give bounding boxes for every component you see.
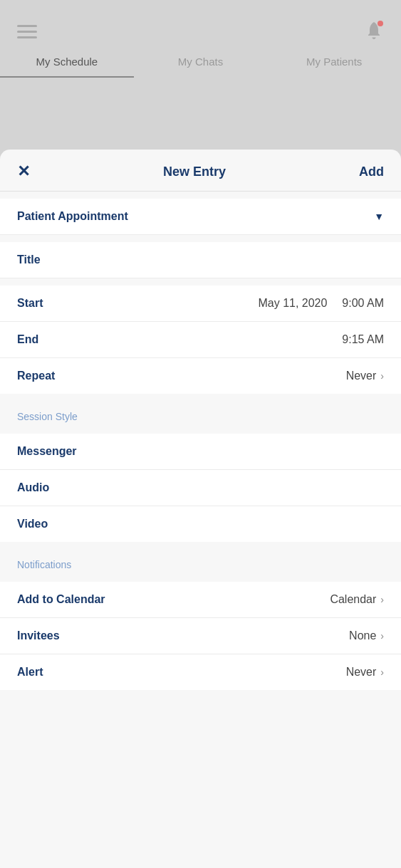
close-button[interactable]: ✕ bbox=[17, 164, 30, 179]
dropdown-arrow-icon: ▼ bbox=[374, 211, 384, 222]
tab-my-patients[interactable]: My Patients bbox=[267, 56, 401, 78]
modal-title: New Entry bbox=[163, 164, 226, 179]
invitees-value: None › bbox=[349, 629, 384, 642]
entry-type-section: Patient Appointment ▼ bbox=[0, 199, 401, 235]
end-label: End bbox=[17, 333, 38, 346]
alert-value: Never › bbox=[346, 666, 384, 679]
title-section: Title bbox=[0, 242, 401, 278]
time-section: Start May 11, 2020 9:00 AM End 9:15 AM R… bbox=[0, 286, 401, 394]
add-to-calendar-row[interactable]: Add to Calendar Calendar › bbox=[0, 582, 401, 618]
title-row[interactable]: Title bbox=[0, 242, 401, 278]
session-style-group-label: Session Style bbox=[0, 401, 401, 427]
top-bar bbox=[0, 0, 401, 43]
audio-row[interactable]: Audio bbox=[0, 470, 401, 506]
start-value: May 11, 2020 9:00 AM bbox=[258, 297, 384, 310]
video-label: Video bbox=[17, 518, 48, 530]
add-to-calendar-label: Add to Calendar bbox=[17, 593, 105, 606]
session-style-items: Messenger Audio Video bbox=[0, 434, 401, 542]
video-row[interactable]: Video bbox=[0, 506, 401, 542]
messenger-label: Messenger bbox=[17, 445, 77, 458]
notifications-group-label: Notifications bbox=[0, 549, 401, 575]
tab-my-chats[interactable]: My Chats bbox=[134, 56, 268, 78]
modal-header: ✕ New Entry Add bbox=[0, 150, 401, 192]
notifications-items: Add to Calendar Calendar › Invitees None… bbox=[0, 582, 401, 690]
title-label: Title bbox=[17, 253, 41, 266]
invitees-label: Invitees bbox=[17, 629, 60, 642]
start-row[interactable]: Start May 11, 2020 9:00 AM bbox=[0, 286, 401, 322]
notifications-section: Notifications Add to Calendar Calendar ›… bbox=[0, 549, 401, 690]
bell-icon[interactable] bbox=[364, 20, 384, 43]
start-label: Start bbox=[17, 297, 43, 310]
invitees-row[interactable]: Invitees None › bbox=[0, 618, 401, 654]
modal-card: ✕ New Entry Add Patient Appointment ▼ Ti… bbox=[0, 150, 401, 868]
audio-label: Audio bbox=[17, 481, 49, 494]
alert-chevron-icon: › bbox=[380, 666, 384, 678]
invitees-chevron-icon: › bbox=[380, 630, 384, 642]
repeat-row[interactable]: Repeat Never › bbox=[0, 358, 401, 394]
end-value: 9:15 AM bbox=[342, 333, 384, 346]
end-row[interactable]: End 9:15 AM bbox=[0, 322, 401, 358]
entry-type-dropdown[interactable]: Patient Appointment ▼ bbox=[0, 199, 401, 235]
hamburger-icon[interactable] bbox=[17, 25, 37, 38]
add-to-calendar-value: Calendar › bbox=[330, 593, 384, 606]
add-button[interactable]: Add bbox=[359, 164, 384, 179]
calendar-chevron-icon: › bbox=[380, 594, 384, 605]
bottom-spacer bbox=[0, 690, 401, 733]
session-style-section: Session Style Messenger Audio Video bbox=[0, 401, 401, 542]
tab-bar: My Schedule My Chats My Patients bbox=[0, 43, 401, 78]
repeat-value: Never › bbox=[346, 370, 384, 382]
messenger-row[interactable]: Messenger bbox=[0, 434, 401, 470]
repeat-label: Repeat bbox=[17, 370, 55, 382]
repeat-chevron-icon: › bbox=[380, 370, 384, 382]
entry-type-label: Patient Appointment bbox=[17, 210, 128, 223]
notification-dot bbox=[377, 21, 383, 26]
alert-label: Alert bbox=[17, 666, 43, 679]
alert-row[interactable]: Alert Never › bbox=[0, 654, 401, 690]
tab-my-schedule[interactable]: My Schedule bbox=[0, 56, 134, 78]
